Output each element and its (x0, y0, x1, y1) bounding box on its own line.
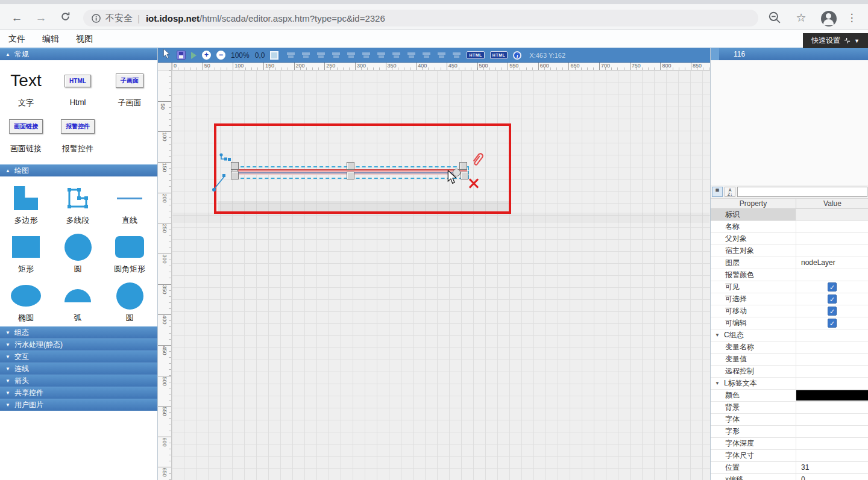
zoom-out-page-icon[interactable] (768, 11, 784, 26)
zoom-out-icon[interactable]: − (216, 51, 225, 60)
property-row-8[interactable]: 可移动✓ (711, 305, 868, 317)
palette-item-ellipse-6[interactable]: 椭圆 (0, 280, 52, 323)
browser-back-icon[interactable]: ← (10, 11, 24, 25)
distribute-vertical-icon[interactable] (452, 51, 461, 59)
menu-item-2[interactable]: 视图 (68, 30, 101, 48)
property-value[interactable] (796, 341, 868, 353)
property-row-2[interactable]: 父对象 (711, 233, 868, 245)
checkbox-checked-icon[interactable]: ✓ (828, 282, 837, 291)
property-row-20[interactable]: 字体尺寸 (711, 450, 868, 462)
resize-handle[interactable] (347, 162, 354, 170)
palette-item-general-2[interactable]: 子画面子画面 (104, 65, 156, 108)
resize-handle[interactable] (459, 162, 467, 170)
property-row-3[interactable]: 宿主对象 (711, 245, 868, 257)
about-info-icon[interactable]: i (513, 51, 521, 60)
property-row-15[interactable]: 颜色 (711, 390, 868, 402)
checkbox-checked-icon[interactable]: ✓ (828, 295, 837, 304)
property-row-9[interactable]: 可编辑✓ (711, 317, 868, 329)
address-bar[interactable]: 不安全 | iot.idosp.net/html/scada/editor.as… (83, 10, 758, 26)
property-value[interactable] (796, 426, 868, 437)
panel-header-5[interactable]: ▼连线 (0, 363, 157, 375)
design-canvas[interactable] (172, 70, 710, 480)
property-value[interactable] (796, 221, 868, 232)
property-row-12[interactable]: 变量值 (711, 354, 868, 366)
property-row-16[interactable]: 背景 (711, 402, 868, 414)
property-row-6[interactable]: 可见✓ (711, 281, 868, 293)
property-value[interactable] (796, 233, 868, 245)
html-source-icon[interactable]: HTML (490, 51, 508, 59)
browser-forward-icon[interactable]: → (34, 11, 48, 25)
property-value[interactable]: 31 (796, 462, 868, 473)
save-icon[interactable] (177, 51, 186, 60)
palette-item-arc-7[interactable]: 弧 (52, 280, 104, 323)
select-tool-icon[interactable] (163, 49, 171, 61)
same-width-icon[interactable] (407, 51, 416, 59)
property-value[interactable] (796, 438, 868, 449)
panel-header-8[interactable]: ▼用户图片 (0, 399, 157, 411)
resize-handle[interactable] (231, 172, 239, 179)
categorized-view-icon[interactable]: ▦ (712, 187, 723, 197)
property-value[interactable] (796, 366, 868, 377)
connector-line-icon[interactable] (212, 174, 227, 192)
palette-item-polygon-0[interactable]: 多边形 (0, 182, 52, 226)
panel-header-6[interactable]: ▼箭头 (0, 375, 157, 387)
property-value[interactable] (796, 354, 868, 365)
group-collapse-icon[interactable]: ▼ (715, 329, 720, 341)
distribute-horizontal-icon[interactable] (437, 51, 446, 59)
property-value[interactable] (796, 209, 868, 220)
canvas-settings-icon[interactable] (270, 51, 278, 60)
delete-icon[interactable] (468, 178, 479, 189)
html-export-icon[interactable]: HTML (467, 51, 484, 59)
palette-item-circle-8[interactable]: 圆 (104, 280, 156, 323)
property-row-1[interactable]: 名称 (711, 221, 868, 233)
attach-paperclip-icon[interactable] (470, 151, 485, 168)
property-value[interactable]: ✓ (796, 305, 868, 317)
menu-item-0[interactable]: 文件 (0, 30, 34, 48)
group-collapse-icon[interactable]: ▼ (715, 378, 720, 389)
palette-item-general-1[interactable]: HTMLHtml (52, 65, 104, 108)
palette-item-circle-4[interactable]: 圆 (52, 231, 104, 275)
property-row-5[interactable]: 报警颜色 (711, 269, 868, 281)
property-value[interactable]: 0 (796, 474, 868, 480)
panel-header-7[interactable]: ▼共享控件 (0, 387, 157, 399)
property-value[interactable]: ✓ (796, 317, 868, 329)
property-value[interactable] (796, 402, 868, 413)
property-value[interactable]: nodeLayer (796, 257, 868, 269)
checkbox-checked-icon[interactable]: ✓ (828, 307, 837, 316)
connector-branch-icon[interactable] (219, 152, 232, 166)
alphabetical-sort-icon[interactable]: AZ↓ (725, 187, 735, 197)
run-preview-icon[interactable] (191, 52, 197, 59)
align-right-icon[interactable] (347, 51, 356, 59)
palette-item-general-3[interactable]: 画面链接画面链接 (0, 111, 52, 154)
panel-header-3[interactable]: ▼污水处理(静态) (0, 338, 157, 351)
property-row-18[interactable]: 字形 (711, 426, 868, 438)
align-top-icon[interactable] (362, 51, 371, 59)
profile-avatar[interactable] (821, 11, 837, 26)
panel-header-1[interactable]: ▲绘图 (0, 164, 157, 176)
property-value[interactable] (796, 378, 868, 389)
panel-header-2[interactable]: ▼组态 (0, 326, 157, 338)
same-height-icon[interactable] (422, 51, 431, 59)
palette-item-line-2[interactable]: 直线 (104, 182, 156, 226)
align-middle-icon[interactable] (377, 51, 386, 59)
property-row-21[interactable]: 位置31 (711, 462, 868, 474)
bring-to-front-icon[interactable] (286, 51, 295, 59)
palette-item-polyline-1[interactable]: 多线段 (52, 182, 104, 226)
panel-header-0[interactable]: ▲常规 (0, 48, 157, 60)
property-value[interactable] (796, 329, 868, 341)
info-icon[interactable] (92, 14, 101, 23)
panel-header-4[interactable]: ▼交互 (0, 351, 157, 363)
align-left-icon[interactable] (316, 51, 326, 59)
property-value[interactable] (796, 245, 868, 257)
resize-handle[interactable] (347, 172, 354, 179)
bookmark-star-icon[interactable]: ☆ (793, 11, 809, 26)
property-search-input[interactable] (737, 187, 867, 197)
menu-item-1[interactable]: 编辑 (34, 30, 68, 48)
zoom-in-icon[interactable]: + (202, 51, 211, 60)
align-center-icon[interactable] (332, 51, 341, 59)
property-value[interactable] (796, 450, 868, 461)
property-row-11[interactable]: 变量名称 (711, 341, 868, 354)
property-row-4[interactable]: 图层nodeLayer (711, 257, 868, 269)
property-row-17[interactable]: 字体 (711, 414, 868, 426)
property-row-14[interactable]: ▼L标签文本 (711, 378, 868, 390)
